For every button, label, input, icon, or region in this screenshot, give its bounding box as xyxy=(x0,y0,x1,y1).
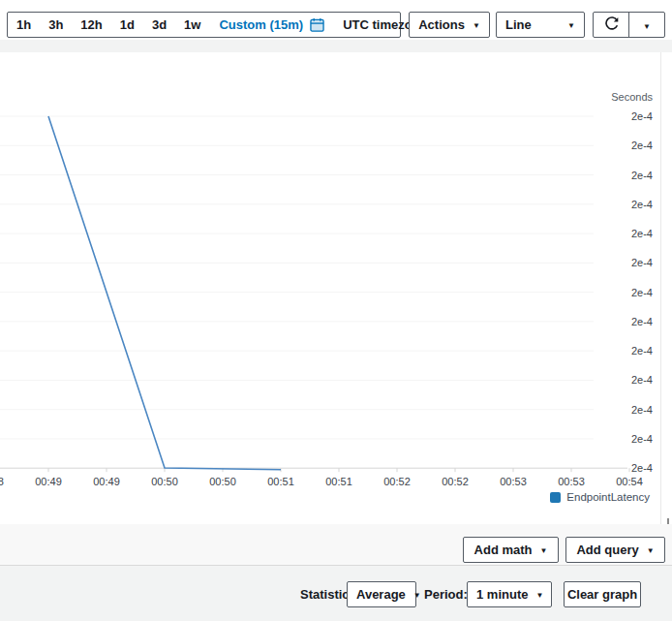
chevron-down-icon xyxy=(535,587,543,602)
chevron-down-icon xyxy=(567,17,575,32)
time-range-3h[interactable]: 3h xyxy=(40,13,72,37)
time-range-3d[interactable]: 3d xyxy=(143,13,175,37)
period-value: 1 minute xyxy=(476,587,528,602)
y-axis-tick-label: 2e-4 xyxy=(631,345,653,357)
chevron-down-icon xyxy=(643,16,651,34)
y-axis-tick-label: 2e-4 xyxy=(631,257,653,268)
x-axis-tick-label: 00:52 xyxy=(442,476,469,487)
chevron-down-icon xyxy=(647,543,655,557)
y-axis-tick-label: 2e-4 xyxy=(631,228,653,239)
time-range-1w[interactable]: 1w xyxy=(175,13,209,37)
y-axis-title: Seconds xyxy=(611,91,653,103)
legend-item[interactable]: EndpointLatency xyxy=(550,491,650,503)
custom-range-button[interactable]: Custom (15m) xyxy=(209,17,334,32)
statistic-select[interactable]: Average xyxy=(347,581,416,607)
chevron-down-icon xyxy=(540,543,548,557)
query-actions-row: Add math Add query xyxy=(0,524,672,566)
actions-button[interactable]: Actions xyxy=(409,12,490,38)
toolbar-divider-band xyxy=(0,40,672,52)
time-range-group: 1h3h12h1d3d1w Custom (15m) UTC timezone xyxy=(7,12,401,38)
refresh-options-button[interactable] xyxy=(628,13,664,37)
y-axis-tick-label: 2e-4 xyxy=(631,140,653,151)
statistic-value: Average xyxy=(356,587,406,602)
time-range-1d[interactable]: 1d xyxy=(111,13,143,37)
x-axis-tick-label: 00:49 xyxy=(93,476,120,487)
calendar-icon xyxy=(310,17,324,32)
add-query-button[interactable]: Add query xyxy=(565,537,665,563)
x-axis-tick-label: 00:51 xyxy=(267,476,294,487)
y-axis-tick-label: 2e-4 xyxy=(631,404,653,416)
chart-toolbar: 1h3h12h1d3d1w Custom (15m) UTC timezone … xyxy=(0,0,672,40)
refresh-split-button xyxy=(593,12,665,38)
y-axis-tick-label: 2e-4 xyxy=(631,462,653,474)
add-math-button[interactable]: Add math xyxy=(463,537,559,563)
y-axis-tick-label: 2e-4 xyxy=(631,287,653,298)
time-range-1h[interactable]: 1h xyxy=(8,13,40,37)
metric-line[interactable] xyxy=(48,116,281,470)
x-axis-tick-label: 00:51 xyxy=(325,476,352,487)
x-axis-tick-label: 00:53 xyxy=(558,476,585,487)
x-axis-tick-label: 00:52 xyxy=(383,476,411,487)
x-axis-tick-label: 00:48 xyxy=(0,476,4,487)
y-axis-tick-label: 2e-4 xyxy=(631,170,653,181)
x-axis-tick-label: 00:50 xyxy=(151,476,178,487)
time-range-buttons: 1h3h12h1d3d1w xyxy=(8,13,209,37)
y-axis-tick-label: 2e-4 xyxy=(631,374,653,386)
y-axis-tick-label: 2e-4 xyxy=(631,199,653,210)
line-chart[interactable] xyxy=(0,52,661,484)
chart-panel[interactable]: Seconds 2e-42e-42e-42e-42e-42e-42e-42e-4… xyxy=(0,52,661,524)
refresh-icon xyxy=(603,16,620,33)
chart-type-select[interactable]: Line xyxy=(496,12,585,38)
y-axis-tick-label: 2e-4 xyxy=(631,110,653,122)
legend-color-swatch xyxy=(550,492,561,503)
x-axis-tick-label: 00:53 xyxy=(500,476,527,487)
y-axis-tick-label: 2e-4 xyxy=(631,433,653,445)
add-query-label: Add query xyxy=(576,543,638,557)
time-range-12h[interactable]: 12h xyxy=(72,13,110,37)
footer-controls-bar: Statistic: Average Period: 1 minute Clea… xyxy=(0,566,672,621)
chevron-down-icon xyxy=(473,17,480,32)
x-axis-tick-label: 00:50 xyxy=(209,476,236,487)
statistic-label: Statistic: xyxy=(300,581,353,607)
period-label: Period: xyxy=(424,581,468,607)
clear-graph-label: Clear graph xyxy=(567,587,637,602)
chart-type-value: Line xyxy=(505,17,532,32)
clear-graph-button[interactable]: Clear graph xyxy=(564,581,641,607)
actions-label: Actions xyxy=(418,17,465,32)
period-select[interactable]: 1 minute xyxy=(467,581,552,607)
refresh-button[interactable] xyxy=(594,13,628,37)
chevron-down-icon xyxy=(413,587,421,602)
x-axis-tick-label: 00:54 xyxy=(616,476,643,487)
x-axis-tick-label: 00:49 xyxy=(35,476,62,487)
add-math-label: Add math xyxy=(474,543,533,557)
custom-range-label: Custom (15m) xyxy=(219,17,303,32)
y-axis-tick-label: 2e-4 xyxy=(631,316,653,327)
legend-label: EndpointLatency xyxy=(566,491,650,503)
